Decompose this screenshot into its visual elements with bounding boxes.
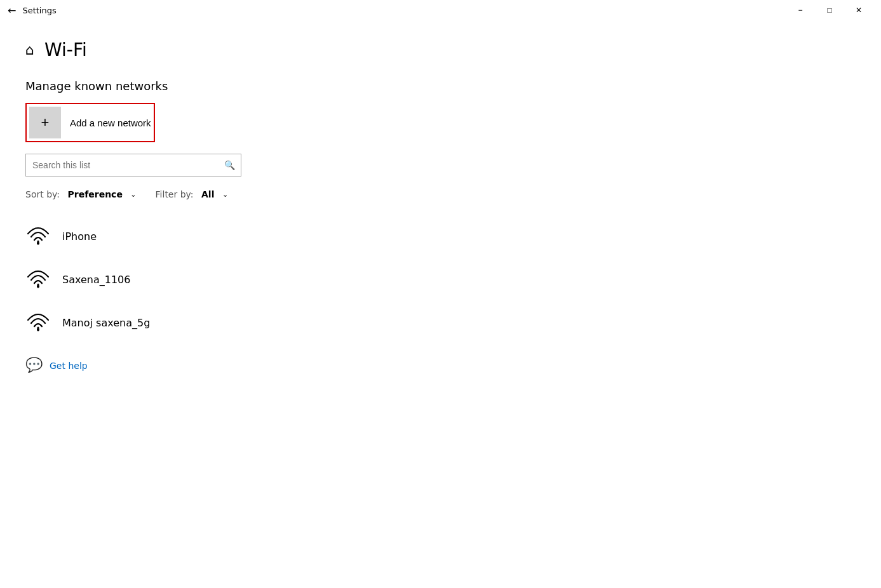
network-list: iPhone Saxena_1106 Manoj saxena_5g [25,215,856,344]
title-bar-left: ← Settings [8,4,57,17]
add-network-highlight: + Add a new network [25,103,155,142]
add-network-label: Add a new network [70,117,151,128]
home-icon: ⌂ [25,42,34,58]
manage-networks-heading: Manage known networks [25,79,856,93]
main-content: ⌂ Wi-Fi Manage known networks + Add a ne… [0,20,881,394]
get-help-section: 💬 Get help [25,357,856,375]
list-item[interactable]: iPhone [25,215,856,258]
window-controls: − □ ✕ [786,0,873,20]
search-box: 🔍 [25,154,241,177]
page-title: Wi-Fi [44,39,87,60]
sort-chevron-icon: ⌄ [130,190,136,199]
close-button[interactable]: ✕ [844,0,873,20]
filter-label: Filter by: [156,189,194,199]
sort-value: Preference [67,189,122,199]
network-name: Manoj saxena_5g [62,317,150,329]
back-button[interactable]: ← [8,4,16,17]
filter-value: All [201,189,214,199]
filter-row: Sort by: Preference ⌄ Filter by: All ⌄ [25,189,856,199]
help-icon: 💬 [25,357,43,375]
svg-point-2 [37,328,39,331]
search-icon: 🔍 [224,160,235,170]
list-item[interactable]: Saxena_1106 [25,258,856,301]
page-title-area: ⌂ Wi-Fi [25,39,856,60]
get-help-link[interactable]: Get help [50,361,88,371]
search-button[interactable]: 🔍 [218,154,241,177]
network-name: Saxena_1106 [62,274,130,286]
sort-by-control[interactable]: Sort by: Preference ⌄ [25,189,137,199]
svg-point-1 [37,285,39,288]
wifi-icon [25,267,51,292]
sort-label: Sort by: [25,189,60,199]
title-bar: ← Settings − □ ✕ [0,0,881,20]
app-title: Settings [22,6,56,15]
restore-button[interactable]: □ [815,0,844,20]
wifi-icon [25,224,51,249]
search-input[interactable] [26,160,218,170]
filter-by-control[interactable]: Filter by: All ⌄ [156,189,229,199]
filter-chevron-icon: ⌄ [222,190,228,199]
wifi-icon [25,310,51,335]
add-network-icon: + [29,107,61,138]
svg-point-0 [37,242,39,244]
network-name: iPhone [62,231,97,243]
add-new-network-button[interactable]: + Add a new network [29,107,151,138]
minimize-button[interactable]: − [786,0,815,20]
list-item[interactable]: Manoj saxena_5g [25,301,856,344]
